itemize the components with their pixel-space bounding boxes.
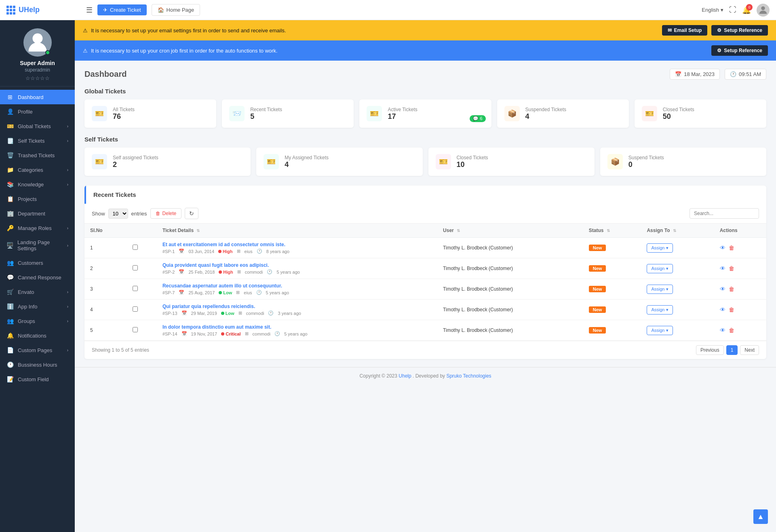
- nav-label-business-hours: Bussiness Hours: [18, 362, 57, 368]
- row-checkbox-1[interactable]: [133, 265, 138, 270]
- notification-button[interactable]: 🔔 0: [742, 6, 751, 15]
- view-icon-0[interactable]: 👁: [720, 245, 725, 251]
- sidebar-item-custom-field[interactable]: 📝 Custom Field: [0, 372, 75, 386]
- ticket-date-4: 19 Nov, 2017: [191, 331, 217, 336]
- online-status-dot: [45, 50, 50, 55]
- ticket-title-2[interactable]: Recusandae aspernatur autem illo ut cons…: [162, 283, 432, 289]
- ticket-meta-2: #SP-7 📅 25 Aug, 2017 Low ⊞ eius 🕐 5 year…: [162, 290, 432, 295]
- row-checkbox-0[interactable]: [133, 245, 138, 250]
- trash-icon-4[interactable]: 🗑: [729, 327, 734, 334]
- setup-reference-button-1[interactable]: ⚙ Setup Reference: [711, 25, 768, 36]
- trash-icon-2[interactable]: 🗑: [729, 286, 734, 292]
- ticket-title-4[interactable]: In dolor tempora distinctio eum aut maxi…: [162, 324, 432, 330]
- sidebar-item-self-tickets[interactable]: 🗒️ Self Tickets ›: [0, 133, 75, 148]
- sidebar-item-custom-pages[interactable]: 📄 Custom Pages ›: [0, 343, 75, 357]
- priority-dot-2: Low: [219, 290, 232, 295]
- view-icon-4[interactable]: 👁: [720, 327, 725, 334]
- fullscreen-button[interactable]: ⛶: [729, 6, 736, 14]
- assign-button-4[interactable]: Assign ▾: [647, 326, 673, 335]
- nav-label-envato: Envato: [18, 289, 34, 295]
- table-row: 4 Qui pariatur quia repellendus reiciend…: [84, 300, 766, 320]
- email-setup-button[interactable]: ✉ Email Setup: [662, 25, 708, 36]
- nav-item-left-notifications: 🔔 Notifications: [6, 332, 46, 339]
- sidebar-item-department[interactable]: 🏢 Department: [0, 206, 75, 221]
- entries-select[interactable]: 10 25 50: [108, 209, 128, 219]
- sidebar-item-landing-page[interactable]: 🖥️ Landing Page Settings ›: [0, 235, 75, 255]
- assign-button-1[interactable]: Assign ▾: [647, 264, 673, 273]
- sidebar-item-dashboard[interactable]: ⊞ Dashboard: [0, 90, 75, 104]
- global-ticket-card-0: 🎫 All Tickets 76: [84, 99, 216, 128]
- sidebar-item-business-hours[interactable]: 🕐 Bussiness Hours: [0, 357, 75, 372]
- refresh-button[interactable]: ↻: [185, 208, 198, 219]
- nav-icon-customers: 👥: [6, 260, 14, 266]
- global-ticket-cards: 🎫 All Tickets 76 📨 Recent Tickets 5 🎫 Ac…: [84, 99, 766, 128]
- view-icon-1[interactable]: 👁: [720, 265, 725, 272]
- nav-item-left-landing-page: 🖥️ Landing Page Settings: [6, 239, 67, 251]
- home-page-button[interactable]: 🏠 Home Page: [152, 4, 200, 16]
- hamburger-button[interactable]: ☰: [86, 6, 93, 15]
- delete-icon: 🗑: [156, 211, 160, 216]
- card-info-3: Suspended Tickets 4: [525, 107, 566, 121]
- sidebar-item-canned-response[interactable]: 💬 Canned Response: [0, 270, 75, 285]
- clock-icon-0: 🕐: [257, 249, 262, 254]
- footer-developer-link[interactable]: Spruko Technologies: [446, 373, 491, 379]
- table-footer: Showing 1 to 5 of 5 entries Previous 1 N…: [84, 341, 766, 359]
- status-badge-2: New: [589, 286, 606, 292]
- card-value-0: 76: [113, 112, 135, 121]
- language-selector[interactable]: English ▾: [702, 7, 723, 13]
- delete-button[interactable]: 🗑 Delete: [150, 208, 182, 219]
- nav-icon-projects: 📋: [6, 196, 14, 202]
- cell-check-4: [127, 320, 157, 341]
- sidebar-item-categories[interactable]: 📁 Categories ›: [0, 163, 75, 177]
- sidebar-item-trashed-tickets[interactable]: 🗑️ Trashed Tickets: [0, 148, 75, 163]
- footer-app-link[interactable]: Uhelp: [399, 373, 411, 379]
- sidebar-item-notifications[interactable]: 🔔 Notifications: [0, 328, 75, 343]
- prev-page-button[interactable]: Previous: [696, 345, 724, 355]
- nav-item-left-trashed-tickets: 🗑️ Trashed Tickets: [6, 152, 55, 158]
- row-checkbox-3[interactable]: [133, 306, 138, 312]
- ticket-id-4: #SP-14: [162, 331, 177, 336]
- ticket-dept-4: commodi: [253, 331, 271, 336]
- trash-icon-0[interactable]: 🗑: [729, 245, 734, 251]
- nav-icon-dashboard: ⊞: [6, 94, 14, 100]
- self-card-label-2: Closed Tickets: [457, 155, 488, 160]
- language-label: English: [702, 7, 719, 13]
- user-avatar[interactable]: [757, 4, 770, 17]
- trash-icon-1[interactable]: 🗑: [729, 265, 734, 272]
- row-checkbox-4[interactable]: [133, 327, 138, 332]
- sidebar-item-manage-roles[interactable]: 🔑 Manage Roles ›: [0, 221, 75, 235]
- sidebar-item-profile[interactable]: 👤 Profile: [0, 104, 75, 119]
- table-row: 2 Quia provident quasi fugit labore eos …: [84, 258, 766, 279]
- row-checkbox-2[interactable]: [133, 286, 138, 291]
- self-ticket-card-3: 📦 Suspend Tickets 0: [600, 148, 766, 176]
- view-icon-2[interactable]: 👁: [720, 286, 725, 292]
- setup-reference-button-2[interactable]: ⚙ Setup Reference: [711, 45, 768, 56]
- cell-assign-1: Assign ▾: [641, 258, 714, 279]
- assign-button-3[interactable]: Assign ▾: [647, 305, 673, 315]
- sidebar-item-global-tickets[interactable]: 🎫 Global Tickets ›: [0, 119, 75, 133]
- priority-dot-icon-0: [218, 250, 221, 253]
- trash-icon-3[interactable]: 🗑: [729, 306, 734, 313]
- sidebar: Super Admin superadmin ☆☆☆☆☆ ⊞ Dashboard…: [0, 20, 75, 532]
- ticket-title-1[interactable]: Quia provident quasi fugit labore eos ad…: [162, 262, 432, 268]
- next-page-button[interactable]: Next: [740, 345, 759, 355]
- self-card-value-1: 4: [285, 160, 329, 169]
- create-ticket-button[interactable]: ✈ Create Ticket: [97, 4, 147, 15]
- sidebar-item-customers[interactable]: 👥 Customers: [0, 255, 75, 270]
- show-label: Show: [92, 211, 105, 217]
- search-input[interactable]: [690, 208, 759, 219]
- page-1-button[interactable]: 1: [726, 345, 738, 355]
- ticket-title-3[interactable]: Qui pariatur quia repellendus reiciendis…: [162, 304, 432, 309]
- sidebar-item-envato[interactable]: 🛒 Envato ›: [0, 285, 75, 299]
- assign-button-2[interactable]: Assign ▾: [647, 285, 673, 294]
- view-icon-3[interactable]: 👁: [720, 306, 725, 313]
- nav-item-left-manage-roles: 🔑 Manage Roles: [6, 225, 52, 231]
- sidebar-item-app-info[interactable]: ℹ️ App Info ›: [0, 299, 75, 314]
- sidebar-item-knowledge[interactable]: 📚 Knowledge ›: [0, 177, 75, 192]
- ticket-title-0[interactable]: Et aut et exercitationem id ad consectet…: [162, 242, 432, 247]
- card-info-4: Closed Tickets 50: [663, 107, 694, 121]
- sidebar-item-groups[interactable]: 👥 Groups ›: [0, 314, 75, 328]
- sidebar-item-projects[interactable]: 📋 Projects: [0, 192, 75, 206]
- scroll-to-top-button[interactable]: ▲: [753, 509, 768, 524]
- assign-button-0[interactable]: Assign ▾: [647, 243, 673, 253]
